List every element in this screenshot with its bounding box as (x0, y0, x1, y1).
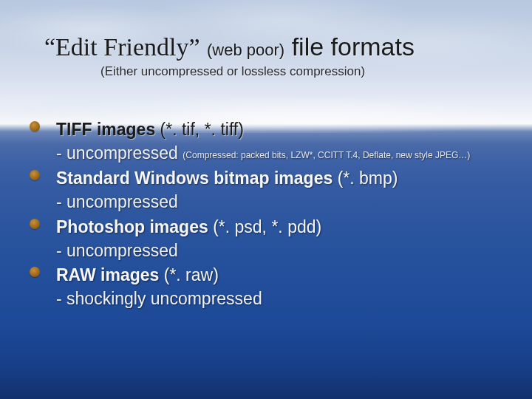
bullet-icon (30, 219, 40, 229)
item-ext: (*. tif, *. tiff) (160, 120, 244, 139)
bullet-icon (30, 170, 40, 180)
item-ext: (*. bmp) (338, 168, 398, 188)
slide-subtitle: (Either uncompressed or lossless compres… (44, 64, 497, 79)
item-sub: - uncompressed (30, 191, 502, 213)
item-sub-text: - shockingly uncompressed (56, 289, 262, 308)
item-name: Standard Windows bitmap images (56, 168, 332, 188)
item-name: TIFF images (56, 120, 155, 139)
item-sub: - uncompressed (Compressed: packed bits,… (30, 143, 502, 164)
item-fine: (Compressed: packed bits, LZW*, CCITT T.… (183, 150, 470, 160)
title-post: file formats (292, 33, 415, 61)
item-ext: (*. raw) (164, 265, 219, 284)
item-sub: - shockingly uncompressed (30, 288, 502, 310)
slide-body: TIFF images (*. tif, *. tiff) - uncompre… (30, 118, 502, 313)
title-web-note: (web poor) (207, 41, 284, 59)
item-sub-text: - uncompressed (56, 241, 178, 260)
bullet-icon (30, 121, 40, 132)
list-item: TIFF images (*. tif, *. tiff) (30, 118, 502, 141)
bullet-icon (30, 267, 40, 277)
item-heading: RAW images (*. raw) (56, 264, 502, 287)
slide-title: “Edit Friendly” (web poor) file formats (44, 33, 497, 61)
item-heading: Standard Windows bitmap images (*. bmp) (56, 167, 502, 190)
item-sub-text: - uncompressed (56, 143, 178, 163)
item-name: RAW images (56, 265, 159, 284)
item-sub: - uncompressed (30, 240, 502, 262)
item-sub-text: - uncompressed (56, 192, 178, 211)
item-heading: Photoshop images (*. psd, *. pdd) (56, 216, 502, 239)
title-pre: “Edit Friendly” (44, 33, 200, 61)
list-item: Standard Windows bitmap images (*. bmp) (30, 167, 502, 190)
list-item: Photoshop images (*. psd, *. pdd) (30, 216, 502, 239)
item-name: Photoshop images (56, 217, 208, 236)
title-block: “Edit Friendly” (web poor) file formats … (44, 33, 497, 79)
list-item: RAW images (*. raw) (30, 264, 502, 287)
item-heading: TIFF images (*. tif, *. tiff) (56, 118, 502, 141)
slide: “Edit Friendly” (web poor) file formats … (0, 0, 532, 399)
item-ext: (*. psd, *. pdd) (213, 217, 321, 236)
